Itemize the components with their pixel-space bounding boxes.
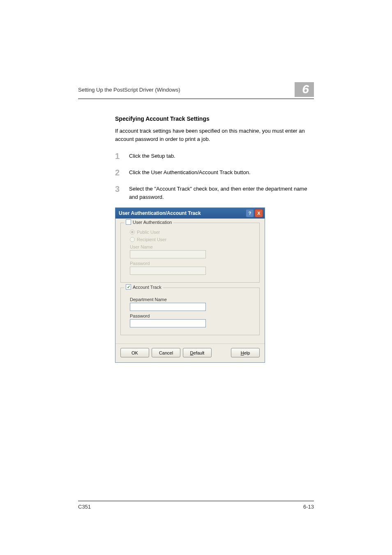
account-password-input[interactable] [130, 319, 206, 327]
default-button[interactable]: Default [183, 348, 212, 357]
department-name-label: Department Name [130, 297, 253, 302]
content-area: Specifying Account Track Settings If acc… [78, 115, 314, 363]
public-user-radio[interactable] [130, 230, 135, 235]
intro-text: If account track settings have been spec… [115, 127, 314, 143]
dialog-titlebar: User Authentication/Account Track ? X [115, 208, 265, 219]
header-title: Setting Up the PostScript Driver (Window… [78, 87, 180, 93]
recipient-user-radio-row: Recipient User [130, 237, 253, 242]
recipient-user-radio[interactable] [130, 237, 135, 242]
step-3: 3 Select the "Account Track" check box, … [115, 184, 314, 201]
public-user-label: Public User [137, 230, 160, 235]
step-text: Click the User Authentication/Account Tr… [129, 168, 251, 177]
user-name-label: User Name [130, 244, 253, 249]
step-text: Click the Setup tab. [129, 151, 175, 160]
user-password-label: Password [130, 261, 253, 266]
account-track-checkbox[interactable] [126, 284, 131, 290]
account-track-group: Account Track Department Name Password [120, 288, 260, 335]
dialog-title: User Authentication/Account Track [119, 210, 201, 216]
dialog-footer: OK Cancel Default Help [115, 343, 265, 362]
page-footer: C351 6-13 [78, 501, 314, 510]
user-auth-account-track-dialog: User Authentication/Account Track ? X Us… [115, 207, 265, 363]
dialog-help-button[interactable]: ? [246, 209, 254, 217]
public-user-radio-row: Public User [130, 230, 253, 235]
account-password-label: Password [130, 313, 253, 318]
account-track-label: Account Track [133, 285, 161, 290]
step-text: Select the "Account Track" check box, an… [129, 184, 314, 201]
step-2: 2 Click the User Authentication/Account … [115, 168, 314, 177]
user-authentication-label: User Authentication [133, 220, 172, 225]
step-1: 1 Click the Setup tab. [115, 151, 314, 161]
step-number: 2 [115, 168, 129, 177]
chapter-number-badge: 6 [295, 82, 314, 97]
user-authentication-group: User Authentication Public User Recipien… [120, 223, 260, 283]
page-header: Setting Up the PostScript Driver (Window… [78, 82, 314, 99]
department-name-input[interactable] [130, 303, 206, 311]
step-number: 1 [115, 151, 129, 161]
step-number: 3 [115, 184, 129, 194]
help-button[interactable]: Help [231, 348, 260, 357]
user-password-input[interactable] [130, 267, 206, 275]
recipient-user-label: Recipient User [137, 237, 166, 242]
section-heading: Specifying Account Track Settings [115, 115, 314, 122]
user-name-input[interactable] [130, 250, 206, 258]
dialog-body: User Authentication Public User Recipien… [115, 219, 265, 343]
model-number: C351 [78, 504, 91, 510]
cancel-button[interactable]: Cancel [152, 348, 180, 357]
dialog-close-button[interactable]: X [255, 209, 263, 217]
page-number: 6-13 [303, 504, 314, 510]
ok-button[interactable]: OK [120, 348, 149, 357]
user-authentication-checkbox[interactable] [126, 219, 131, 225]
